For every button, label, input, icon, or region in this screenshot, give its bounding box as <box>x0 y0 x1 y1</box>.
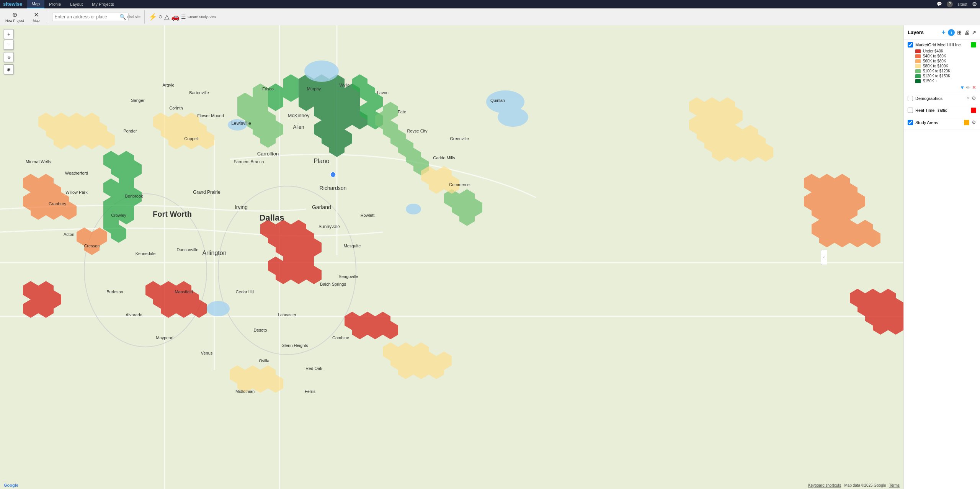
polygon-draw-icon[interactable]: △ <box>164 13 170 21</box>
svg-marker-121 <box>743 143 758 162</box>
svg-text:Venus: Venus <box>201 351 213 355</box>
svg-marker-156 <box>827 183 842 201</box>
svg-marker-158 <box>804 192 819 211</box>
svg-text:Balch Springs: Balch Springs <box>320 282 346 286</box>
circle-draw-icon[interactable]: ○ <box>158 13 163 21</box>
svg-marker-210 <box>873 316 888 335</box>
layer-checkbox-study-areas[interactable] <box>908 120 913 125</box>
panel-header: Layers + i ⊞ 🖨 ↗ <box>904 25 980 40</box>
svg-marker-14 <box>329 83 345 102</box>
nav-tab-profile[interactable]: Profile <box>44 0 65 8</box>
svg-marker-186 <box>268 257 283 275</box>
nav-tab-layout[interactable]: Layout <box>65 0 87 8</box>
study-areas-settings-icon[interactable]: ⚙ <box>972 119 976 125</box>
svg-text:Garland: Garland <box>312 204 331 210</box>
legend-label-4: $100K to $120K <box>923 69 951 73</box>
legend-label-6: $150K + <box>923 79 938 83</box>
svg-marker-33 <box>283 83 299 102</box>
settings-icon[interactable]: ⚙ <box>972 1 977 8</box>
main-content: Dallas Fort Worth Arlington Plano Richar… <box>0 25 980 489</box>
svg-marker-143 <box>23 192 38 211</box>
svg-marker-42 <box>111 160 126 178</box>
svg-marker-181 <box>276 238 291 257</box>
layer-name-traffic: Real-Time Traffic <box>915 108 969 113</box>
share-button[interactable]: ↗ <box>972 29 976 36</box>
list-icon[interactable]: ☰ <box>181 14 186 20</box>
svg-marker-11 <box>329 74 345 93</box>
svg-marker-132 <box>390 352 406 370</box>
svg-marker-38 <box>360 102 375 120</box>
layer-checkbox-traffic[interactable] <box>908 108 913 113</box>
svg-marker-63 <box>268 120 283 139</box>
svg-marker-141 <box>31 183 46 201</box>
svg-marker-184 <box>283 247 299 266</box>
svg-marker-105 <box>697 106 712 125</box>
svg-marker-60 <box>245 111 260 129</box>
svg-marker-137 <box>413 361 429 379</box>
legend-item-4: $100K to $120K <box>915 69 976 73</box>
keyboard-shortcuts[interactable]: Keyboard shortcuts <box>808 483 841 487</box>
svg-marker-220 <box>31 290 46 309</box>
top-navigation: sitewise Map Profile Layout My Projects … <box>0 0 980 8</box>
info-button[interactable]: i <box>948 29 955 36</box>
map-area[interactable]: Dallas Fort Worth Arlington Plano Richar… <box>0 25 903 489</box>
svg-marker-18 <box>329 93 345 111</box>
chat-icon[interactable]: 💬 <box>937 2 942 7</box>
map-button[interactable]: ✕ Map <box>29 10 44 23</box>
new-project-button[interactable]: ⊕ New Project <box>3 10 26 23</box>
layer-checkbox-marketgrid[interactable] <box>908 42 913 47</box>
svg-marker-41 <box>119 151 134 169</box>
create-study-area-group: ⚡ ○ △ 🚗 ☰ Create Study Area <box>149 13 216 21</box>
zoom-in-button[interactable]: + <box>4 29 14 39</box>
lightning-icon[interactable]: ⚡ <box>149 13 157 21</box>
print-button[interactable]: 🖨 <box>964 29 969 36</box>
svg-text:Quinlan: Quinlan <box>490 98 505 103</box>
add-layer-button[interactable]: + <box>941 28 946 36</box>
compass-button[interactable]: ⊕ <box>4 52 14 62</box>
svg-marker-123 <box>230 365 245 384</box>
layer-marketgrid: MarketGrid Med HHI Inc. Under $40K $40K … <box>904 40 980 93</box>
zoom-out-button[interactable]: − <box>4 40 14 50</box>
svg-marker-192 <box>145 281 161 299</box>
svg-marker-136 <box>398 361 413 379</box>
svg-marker-97 <box>199 131 214 149</box>
svg-marker-176 <box>276 220 291 238</box>
demographics-settings-icon[interactable]: ⚙ <box>972 95 976 101</box>
svg-marker-146 <box>31 201 46 220</box>
svg-marker-28 <box>322 129 337 148</box>
svg-marker-115 <box>704 134 720 152</box>
drive-time-icon[interactable]: 🚗 <box>171 13 180 21</box>
layer-checkbox-demographics[interactable] <box>908 96 913 101</box>
svg-marker-213 <box>360 312 375 330</box>
svg-text:Mesquite: Mesquite <box>344 244 361 248</box>
svg-text:Seagoville: Seagoville <box>339 274 358 279</box>
nav-tab-my-projects[interactable]: My Projects <box>87 0 118 8</box>
panel-collapse-button[interactable]: ‹ <box>821 250 827 265</box>
svg-marker-216 <box>368 321 383 339</box>
layers-toggle-button[interactable]: ◉ <box>4 64 14 74</box>
svg-marker-77 <box>38 113 54 131</box>
svg-marker-68 <box>390 129 406 148</box>
edit-icon[interactable]: ✏ <box>966 85 970 90</box>
svg-marker-111 <box>697 125 712 143</box>
svg-marker-147 <box>46 201 61 220</box>
remove-icon[interactable]: ✕ <box>972 85 976 90</box>
svg-text:Ovilla: Ovilla <box>259 358 270 363</box>
svg-marker-190 <box>291 266 306 284</box>
svg-marker-87 <box>84 131 100 149</box>
svg-marker-102 <box>689 97 704 116</box>
search-input[interactable] <box>55 14 119 20</box>
svg-text:Richardson: Richardson <box>320 185 347 191</box>
svg-marker-51 <box>103 206 119 224</box>
search-icon[interactable]: 🔍 <box>119 14 126 20</box>
nav-tab-map[interactable]: Map <box>27 0 44 8</box>
grid-view-button[interactable]: ⊞ <box>957 29 962 36</box>
svg-marker-128 <box>268 375 283 393</box>
help-icon[interactable]: ? <box>947 1 953 7</box>
svg-marker-67 <box>383 120 398 139</box>
svg-marker-148 <box>61 201 77 220</box>
svg-marker-96 <box>184 131 199 149</box>
svg-marker-169 <box>842 220 858 238</box>
filter-icon[interactable]: ▼ <box>960 85 965 90</box>
terms-link[interactable]: Terms <box>889 483 900 487</box>
